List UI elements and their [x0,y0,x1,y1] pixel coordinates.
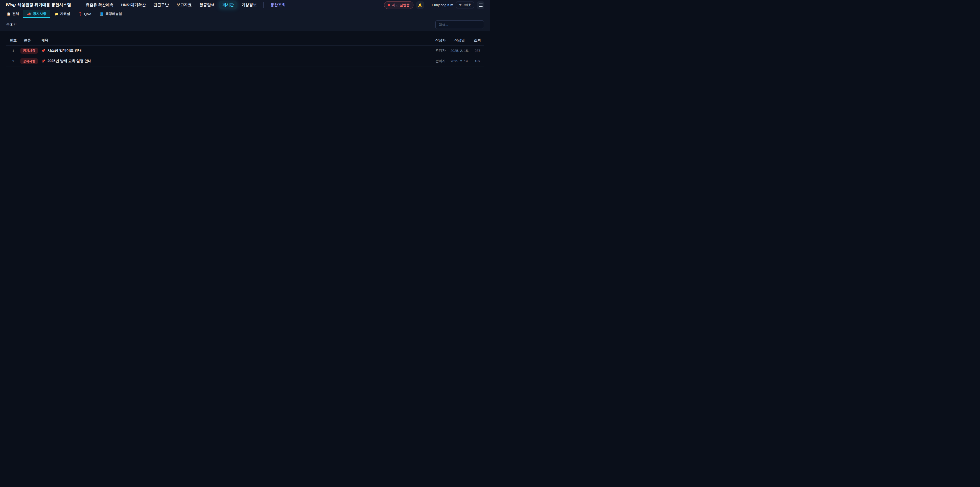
table-row[interactable]: 2 공지사항 📌 2025년 방제 교육 일정 안내 관리자 2025. 2. … [6,56,484,66]
tab-manual-label: 해경매뉴얼 [105,11,122,16]
table-header-row: 번호 분류 제목 작성자 작성일 조회 [6,36,484,45]
tab-archive-label: 자료실 [60,11,70,16]
tab-notices-label: 공지사항 [33,11,46,16]
tab-all[interactable]: 📋 전체 [3,10,23,18]
topbar-right-group: 사고 진행중 🔔 Eunjeong Kim 로그아웃 [384,1,484,9]
row-author: 관리자 [433,48,448,53]
board-content: 번호 분류 제목 작성자 작성일 조회 1 공지사항 📌 시스템 업데이트 안내… [0,31,490,66]
tab-archive[interactable]: 📁 자료실 [50,10,74,18]
column-header-category: 분류 [21,38,40,43]
total-count-value: 2 [11,22,13,26]
book-icon: 📘 [100,12,103,16]
total-count: 총2건 [6,22,17,27]
row-number: 1 [6,49,21,53]
hamburger-icon [479,5,483,5]
board-tab-bar: 📋 전체 📣 공지사항 📁 자료실 ❓ Q&A 📘 해경매뉴얼 [0,10,490,18]
table-row[interactable]: 1 공지사항 📌 시스템 업데이트 안내 관리자 2025. 2. 15. 28… [6,45,484,56]
app-logo: Wing 해양환경 위기대응 통합시스템 [6,2,71,8]
row-author: 관리자 [433,59,448,63]
megaphone-icon: 📣 [27,12,32,16]
user-divider [428,2,428,8]
category-badge: 공지사항 [21,48,38,54]
nav-item-board[interactable]: 게시판 [219,1,237,9]
row-title-cell[interactable]: 📌 2025년 방제 교육 일정 안내 [40,59,433,63]
tab-notices[interactable]: 📣 공지사항 [23,10,51,18]
total-prefix: 총 [6,22,10,26]
incident-status-label: 사고 진행중 [392,3,410,7]
row-views: 189 [471,59,484,63]
tab-all-label: 전체 [13,11,19,16]
column-header-no: 번호 [6,38,21,43]
column-header-views: 조회 [471,38,484,43]
topbar-divider [77,2,77,8]
total-suffix: 건 [13,22,17,26]
notice-title[interactable]: 시스템 업데이트 안내 [48,48,82,53]
row-views: 287 [471,49,484,53]
nav-item-emergency-rescue[interactable]: 긴급구난 [150,1,172,9]
logout-button[interactable]: 로그아웃 [456,2,474,8]
nav-item-reports[interactable]: 보고자료 [173,1,195,9]
tab-qna-label: Q&A [84,12,91,16]
nav-item-oil-spill-forecast[interactable]: 유출유 확산예측 [83,1,117,9]
row-number: 2 [6,59,21,63]
incident-status-badge[interactable]: 사고 진행중 [384,1,414,9]
incident-dot-icon [388,4,390,6]
column-header-date: 작성일 [448,38,471,43]
board-toolbar: 총2건 [0,18,490,31]
folder-icon: 📁 [54,12,59,16]
notice-title[interactable]: 2025년 방제 교육 일정 안내 [48,59,92,63]
bell-icon: 🔔 [418,3,422,7]
category-badge: 공지사항 [21,58,38,64]
search-input[interactable] [435,21,484,29]
nav-item-aerial-search[interactable]: 항공탐색 [196,1,218,9]
nav-item-weather-info[interactable]: 기상정보 [239,1,260,9]
column-header-author: 작성자 [433,38,448,43]
row-category: 공지사항 [21,48,40,54]
pin-icon: 📌 [41,49,45,53]
row-category: 공지사항 [21,58,40,64]
logo-wing-mark: Wing [6,2,16,7]
tab-qna[interactable]: ❓ Q&A [74,10,96,18]
tab-manual[interactable]: 📘 해경매뉴얼 [95,10,126,18]
nav-separator [263,2,264,8]
app-title: 해양환경 위기대응 통합시스템 [18,2,71,8]
nav-item-hns-dispersion[interactable]: HNS·대기확산 [118,1,149,9]
question-icon: ❓ [78,12,83,16]
notifications-button[interactable]: 🔔 [416,1,424,9]
main-nav: 유출유 확산예측 HNS·대기확산 긴급구난 보고자료 항공탐색 게시판 기상정… [83,1,289,9]
row-title-cell[interactable]: 📌 시스템 업데이트 안내 [40,48,433,53]
nav-item-integrated-search[interactable]: 통합조회 [267,1,289,9]
row-date: 2025. 2. 14. [448,59,471,63]
row-date: 2025. 2. 15. [448,49,471,53]
column-header-title: 제목 [40,38,433,43]
menu-button[interactable] [477,1,484,9]
user-name: Eunjeong Kim [432,3,453,7]
top-bar: Wing 해양환경 위기대응 통합시스템 유출유 확산예측 HNS·대기확산 긴… [0,0,490,10]
clipboard-icon: 📋 [6,12,11,16]
pin-icon: 📌 [41,59,45,63]
